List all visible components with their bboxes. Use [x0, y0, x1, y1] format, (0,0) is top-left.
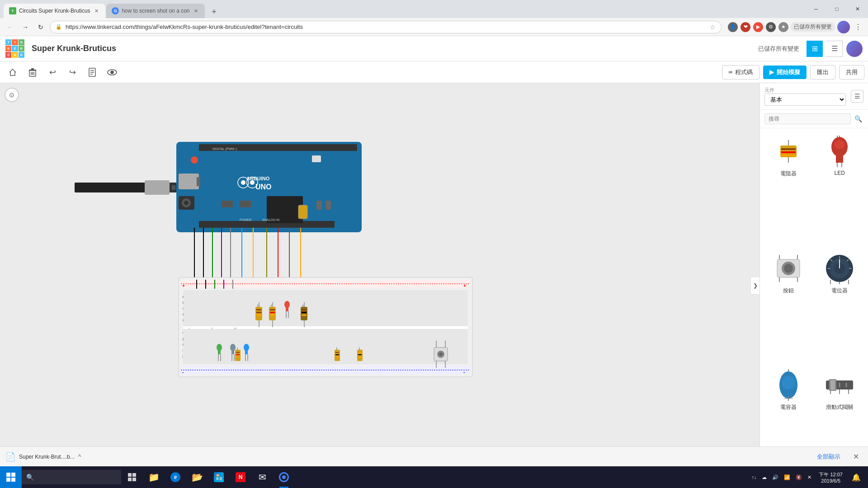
taskbar-app-chrome[interactable] — [273, 466, 295, 488]
component-potentiometer[interactable]: 電位器 — [817, 253, 863, 364]
extension-icon-4[interactable]: ⚙ — [766, 22, 776, 32]
grid-view-button[interactable]: ⊞ — [807, 41, 823, 57]
tab-tinkercad[interactable]: T Circuits Super Krunk-Bruticus ✕ — [4, 4, 105, 18]
svg-rect-110 — [301, 307, 307, 320]
eye-button[interactable] — [103, 63, 121, 81]
svg-rect-92 — [255, 307, 262, 320]
search-icon[interactable]: 🔍 — [853, 113, 863, 124]
component-led[interactable]: LED — [817, 136, 863, 247]
taskbar-search[interactable]: 🔍 — [22, 470, 121, 484]
svg-rect-1 — [31, 68, 34, 70]
tab1-favicon: T — [9, 7, 16, 14]
close-button[interactable]: ✕ — [847, 0, 868, 18]
tab-google[interactable]: G how to screen shot on a con ✕ — [106, 4, 205, 18]
user-avatar[interactable] — [846, 41, 863, 57]
share-button[interactable]: 共用 — [839, 65, 864, 80]
workspace: ⊙ — [0, 83, 868, 488]
tab2-close[interactable]: ✕ — [192, 7, 199, 14]
taskbar-app-store[interactable]: 🏪 — [208, 466, 230, 488]
component-resistor[interactable]: 電阻器 — [765, 136, 811, 247]
svg-rect-40 — [326, 201, 331, 210]
svg-rect-27 — [197, 177, 200, 186]
time-display: 下午 12:07 — [819, 471, 843, 478]
components-grid: 電阻器 LED — [760, 128, 868, 488]
svg-rect-137 — [358, 357, 362, 357]
taskbar-app-mail[interactable]: ✉ — [251, 466, 273, 488]
refresh-button[interactable]: ↻ — [34, 21, 47, 33]
list-view-btn[interactable]: ☰ — [851, 90, 863, 103]
search-input[interactable] — [764, 113, 851, 124]
svg-rect-102 — [270, 314, 275, 316]
home-button[interactable] — [4, 63, 22, 81]
back-button[interactable]: ← — [4, 21, 16, 33]
svg-rect-131 — [335, 354, 339, 355]
export-button[interactable]: 匯出 — [810, 65, 835, 80]
taskbar-time[interactable]: 下午 12:07 2019/6/5 — [815, 470, 846, 484]
redo-button[interactable]: ↪ — [63, 63, 81, 81]
extension-icon-3[interactable]: ▶ — [753, 22, 763, 32]
svg-rect-189 — [6, 473, 10, 477]
zoom-button[interactable]: ⊙ — [5, 88, 19, 102]
taskbar-app-edge[interactable]: e — [165, 466, 186, 488]
svg-text:b: b — [182, 301, 184, 304]
svg-rect-191 — [6, 478, 10, 482]
mute-icon[interactable]: 🔇 — [794, 474, 804, 481]
cloud-icon[interactable]: ☁ — [760, 474, 769, 481]
note-button[interactable] — [83, 63, 101, 81]
undo-button[interactable]: ↩ — [43, 63, 61, 81]
start-button[interactable] — [0, 466, 22, 488]
maximize-button[interactable]: □ — [826, 0, 847, 18]
show-all-button[interactable]: 全部顯示 — [813, 451, 844, 463]
bookmark-icon[interactable]: ☆ — [710, 23, 716, 31]
delete-button[interactable] — [24, 63, 42, 81]
component-button[interactable]: 按鈕 — [765, 253, 811, 364]
tinkercad-logo[interactable]: T I N K E R C A D — [5, 39, 24, 58]
notification-button[interactable]: 🔔 — [848, 466, 864, 488]
svg-text:ANALOG IN: ANALOG IN — [262, 218, 279, 221]
svg-point-118 — [439, 352, 443, 356]
svg-point-11 — [111, 71, 113, 74]
panel-header: 元件 基本 ☰ — [760, 83, 868, 110]
download-close-button[interactable]: ✕ — [849, 450, 863, 463]
logo-cell-r: R — [19, 46, 24, 52]
wifi-icon[interactable]: 📶 — [782, 474, 792, 481]
new-tab-button[interactable]: + — [208, 5, 220, 18]
svg-text:+: + — [182, 283, 185, 288]
svg-text:DIGITAL (PWM~): DIGITAL (PWM~) — [212, 147, 237, 151]
menu-button[interactable]: ⋮ — [852, 21, 864, 33]
taskbar-app-taskview[interactable] — [121, 466, 143, 488]
mail-icon: ✉ — [259, 472, 266, 483]
saved-label[interactable]: 已儲存所有變更 — [790, 22, 835, 32]
logo-cell-d: D — [19, 52, 24, 58]
simulate-button[interactable]: ▶ 開始模擬 — [763, 66, 807, 79]
svg-text:+: + — [463, 283, 466, 288]
forward-button[interactable]: → — [19, 21, 32, 33]
profile-avatar[interactable] — [837, 21, 850, 33]
svg-text:UNO: UNO — [255, 183, 272, 191]
extension-icon-1[interactable]: 👤 — [728, 22, 738, 32]
network-icon[interactable]: ↑↓ — [750, 474, 758, 481]
taskbar-app-fileexplorer[interactable]: 📁 — [143, 466, 165, 488]
extension-icon-2[interactable]: ❤ — [741, 22, 750, 32]
tab1-close[interactable]: ✕ — [93, 7, 100, 14]
panel-toggle-button[interactable]: ❯ — [750, 277, 760, 295]
svg-rect-185 — [830, 380, 835, 390]
svg-text:d: d — [182, 313, 184, 316]
download-file-icon: 📄 — [5, 452, 15, 462]
list-view-button[interactable]: ☰ — [826, 41, 843, 57]
minimize-button[interactable]: ─ — [806, 0, 826, 18]
download-chevron-icon[interactable]: ^ — [78, 453, 81, 460]
svg-rect-125 — [236, 352, 240, 353]
extension-icon-5[interactable]: ★ — [778, 22, 788, 32]
close-notif-icon[interactable]: ✕ — [806, 474, 813, 481]
code-button[interactable]: ⌨ 程式碼 — [722, 65, 760, 80]
volume-icon[interactable]: 🔊 — [770, 474, 780, 481]
svg-rect-15 — [172, 185, 175, 190]
netflix-icon: N — [236, 472, 245, 482]
taskbar-app-folder[interactable]: 📂 — [186, 466, 208, 488]
taskbar-app-netflix[interactable]: N — [230, 466, 251, 488]
taskbar: 🔍 📁 e 📂 🏪 N — [0, 466, 868, 488]
svg-rect-132 — [335, 357, 339, 357]
category-dropdown[interactable]: 基本 — [764, 94, 846, 106]
address-bar[interactable]: 🔒 https://www.tinkercad.com/things/aFelw… — [50, 21, 722, 33]
